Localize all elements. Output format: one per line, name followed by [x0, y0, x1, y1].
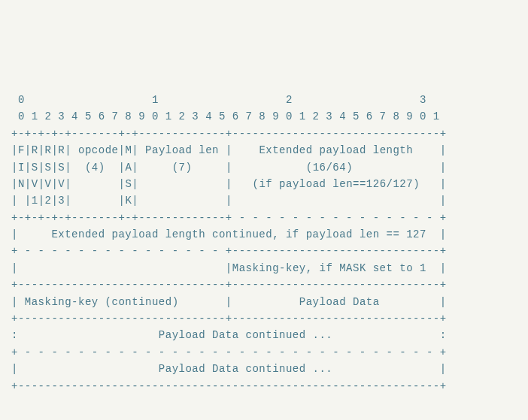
opcode-field: opcode — [71, 144, 118, 156]
payload-data-continued-2: Payload Data continued ... — [18, 363, 440, 375]
fin-field-row2: I — [18, 162, 25, 174]
rsv2-field: R — [45, 144, 52, 156]
rsv3-field-row2: S — [58, 162, 65, 174]
payload-len-row3 — [138, 178, 226, 190]
opcode-field-row4 — [71, 195, 118, 207]
separator: +-+-+-+-+-------+-+-------------+-------… — [11, 128, 447, 140]
rsv2-field-row3: V — [45, 178, 52, 190]
ext-payload-row4 — [232, 195, 440, 207]
ext-payload-continued: Extended payload length continued, if pa… — [18, 228, 440, 240]
rsv2-num: 2 — [45, 195, 52, 207]
separator: + - - - - - - - - - - - - - - - - - - - … — [11, 346, 447, 358]
masking-key-field: Masking-key, if MASK set to 1 — [232, 262, 440, 274]
payload-len-row4 — [138, 195, 226, 207]
opcode-field-row3 — [71, 178, 118, 190]
ruler-minor: 0 1 2 3 4 5 6 7 8 9 0 1 2 3 4 5 6 7 8 9 … — [11, 110, 440, 122]
opcode-bits: (4) — [71, 162, 118, 174]
mask-field-row2: A — [125, 162, 132, 174]
websocket-frame-diagram: 0 1 2 3 0 1 2 3 4 5 6 7 8 9 0 1 2 3 4 5 … — [11, 75, 517, 394]
rsv3-field: R — [58, 144, 65, 156]
separator: +---------------------------------------… — [11, 380, 447, 392]
fin-field-row3: N — [18, 178, 25, 190]
rsv1-field-row3: V — [32, 178, 38, 190]
payload-data-continued-1: Payload Data continued ... — [18, 329, 440, 341]
rsv1-field-row2: S — [32, 162, 38, 174]
payload-len-bits: (7) — [138, 162, 226, 174]
fin-field-row4 — [18, 195, 25, 207]
mask-field-row3: S — [125, 178, 132, 190]
masking-key-continued: Masking-key (continued) — [18, 296, 226, 308]
rsv3-num: 3 — [58, 195, 65, 207]
mask-field: M — [125, 144, 132, 156]
separator: +-------------------------------+-------… — [11, 279, 447, 291]
rsv1-num: 1 — [32, 195, 38, 207]
separator: +-+-+-+-+-------+-+-------------+ - - - … — [11, 212, 447, 224]
payload-data-field: Payload Data — [232, 296, 440, 308]
fin-field: F — [18, 144, 25, 156]
ext-payload-field: Extended payload length — [232, 144, 440, 156]
mask-field-row4: K — [125, 195, 132, 207]
payload-len-field: Payload len — [138, 144, 226, 156]
rsv2-field-row2: S — [45, 162, 52, 174]
ruler-major: 0 1 2 3 — [11, 94, 426, 106]
ext-payload-cond: (if payload len==126/127) — [232, 178, 440, 190]
ext-payload-bits: (16/64) — [232, 162, 440, 174]
rsv1-field: R — [32, 144, 38, 156]
separator: + - - - - - - - - - - - - - - - +-------… — [11, 245, 447, 257]
rsv3-field-row3: V — [58, 178, 65, 190]
mask-row-left — [18, 262, 226, 274]
separator: +-------------------------------+-------… — [11, 313, 447, 325]
